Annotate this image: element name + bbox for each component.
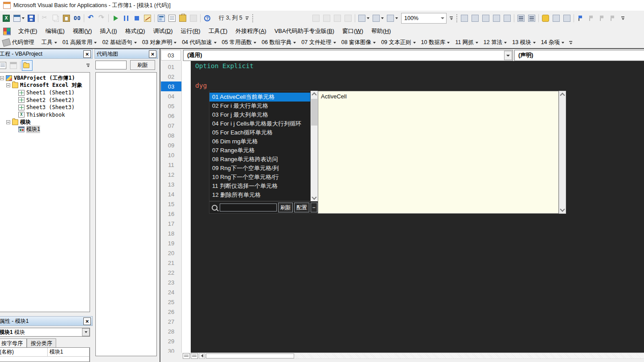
chevron-down-icon[interactable] bbox=[504, 51, 512, 60]
scroll-down-icon[interactable] bbox=[312, 195, 316, 199]
toolbox-button[interactable] bbox=[177, 13, 188, 24]
snippet-minimize-button[interactable]: − bbox=[311, 203, 317, 212]
snippet-category-menu[interactable]: 01 高频常用 bbox=[60, 37, 99, 48]
tree-item-vbaproject[interactable]: VBAProject (工作簿1) bbox=[0, 74, 90, 82]
line-number[interactable]: 09 bbox=[161, 140, 181, 150]
menu-item[interactable]: 视图(V) bbox=[69, 25, 96, 37]
full-module-view-button[interactable] bbox=[191, 353, 198, 359]
help-button[interactable] bbox=[202, 13, 213, 24]
send-to-back-button[interactable] bbox=[343, 13, 353, 24]
snippet-category-menu[interactable]: 05 常用函数 bbox=[219, 37, 259, 48]
uncomment-block-button[interactable] bbox=[562, 13, 572, 24]
object-combobox[interactable]: (通用) bbox=[183, 50, 513, 61]
menu-item[interactable]: 运行(R) bbox=[177, 25, 205, 37]
line-number[interactable]: 25 bbox=[161, 297, 181, 307]
save-button[interactable] bbox=[26, 13, 37, 24]
property-value[interactable]: 模块1 bbox=[48, 348, 63, 356]
tab-categorized[interactable]: 按分类序 bbox=[27, 338, 56, 347]
make-same-size-button[interactable] bbox=[385, 13, 399, 24]
snippet-item-12[interactable]: 12 删除所有单元格 bbox=[209, 191, 310, 199]
line-number[interactable]: 24 bbox=[161, 287, 181, 297]
snippet-list-scrollbar[interactable] bbox=[311, 91, 318, 201]
view-code-button[interactable] bbox=[0, 60, 8, 71]
horizontal-scrollbar-track[interactable] bbox=[205, 353, 644, 359]
toolbar-overflow-button[interactable] bbox=[620, 13, 626, 24]
center-button[interactable] bbox=[371, 13, 385, 24]
next-bookmark-button[interactable] bbox=[586, 13, 597, 24]
scroll-up-icon[interactable] bbox=[312, 92, 316, 97]
codemap-list-area[interactable] bbox=[95, 72, 157, 356]
properties-panel-titlebar[interactable]: 属性 - 模块1 × bbox=[0, 316, 93, 326]
snippet-category-menu[interactable]: 工具 bbox=[39, 37, 60, 48]
view-object-button[interactable] bbox=[8, 60, 19, 71]
snippet-category-menu[interactable]: 09 文本正则 bbox=[378, 37, 418, 48]
tree-item-sheet2[interactable]: Sheet2 (Sheet2) bbox=[0, 97, 90, 104]
line-number[interactable]: 07 bbox=[161, 121, 181, 130]
properties-object-dropdown[interactable]: 模块1 模块 bbox=[0, 328, 90, 337]
snippet-category-menu[interactable]: 04 代码加速 bbox=[179, 37, 219, 48]
paste-button[interactable] bbox=[61, 13, 72, 24]
snippet-category-menu[interactable]: 12 算法 bbox=[481, 37, 509, 48]
find-button[interactable] bbox=[72, 13, 82, 24]
snippet-item-05[interactable]: 05 For Each循环单元格 bbox=[209, 128, 310, 137]
reset-button[interactable] bbox=[131, 13, 142, 24]
code-line-1[interactable]: Option Explicit bbox=[195, 62, 254, 69]
codemap-refresh-button[interactable]: 刷新 bbox=[130, 60, 155, 70]
view-excel-button[interactable] bbox=[1, 13, 12, 24]
property-row[interactable]: (名称) 模块1 bbox=[0, 348, 90, 357]
menu-item[interactable]: 工具(T) bbox=[205, 25, 232, 37]
undo-button[interactable] bbox=[86, 13, 96, 24]
snippet-item-04[interactable]: 04 For i j Cells单元格最大行列循环 bbox=[209, 119, 310, 128]
toolbar-overflow-button[interactable] bbox=[448, 13, 454, 24]
snippet-category-menu[interactable]: 13 模块 bbox=[509, 37, 538, 48]
project-panel-titlebar[interactable]: 工程 - VBAProject × bbox=[0, 49, 93, 59]
scroll-left-icon[interactable] bbox=[199, 353, 205, 359]
line-number[interactable]: 19 bbox=[161, 238, 181, 248]
menu-item[interactable]: 文件(F) bbox=[14, 25, 41, 37]
procedure-view-button[interactable] bbox=[183, 353, 190, 359]
line-number[interactable]: 03 bbox=[161, 81, 181, 91]
scroll-up-icon[interactable] bbox=[560, 93, 565, 98]
menu-item[interactable]: 调试(D) bbox=[149, 25, 176, 37]
toggle-bookmark-button[interactable] bbox=[575, 13, 586, 24]
ungroup-button[interactable] bbox=[321, 13, 332, 24]
scroll-down-icon[interactable] bbox=[560, 207, 565, 212]
cut-button[interactable] bbox=[40, 13, 50, 24]
snippet-category-menu[interactable]: 06 数组字典 bbox=[259, 37, 299, 48]
snippet-item-07[interactable]: 07 Range单元格 bbox=[209, 146, 310, 155]
list-constants-button[interactable] bbox=[470, 13, 480, 24]
line-number[interactable]: 23 bbox=[161, 277, 181, 287]
line-number[interactable]: 29 bbox=[161, 336, 181, 346]
snippet-item-03[interactable]: 03 For j 最大列单元格 bbox=[209, 110, 310, 119]
comment-block-button[interactable] bbox=[551, 13, 562, 24]
toolbar-overflow-button[interactable] bbox=[244, 13, 250, 24]
quick-info-button[interactable] bbox=[480, 13, 491, 24]
tree-expander-icon[interactable] bbox=[6, 83, 10, 87]
tree-item-sheet1[interactable]: Sheet1 (Sheet1) bbox=[0, 89, 90, 97]
menu-item[interactable]: 窗口(W) bbox=[338, 25, 367, 37]
snippet-item-02[interactable]: 02 For i 最大行单元格 bbox=[209, 102, 310, 110]
redo-button[interactable] bbox=[96, 13, 107, 24]
menu-item[interactable]: 格式(O) bbox=[121, 25, 149, 37]
tree-item-modules-folder[interactable]: 模块 bbox=[0, 118, 90, 126]
line-number[interactable]: 06 bbox=[161, 111, 181, 121]
group-button[interactable] bbox=[311, 13, 321, 24]
line-number[interactable]: 14 bbox=[161, 189, 181, 199]
snippet-item-06[interactable]: 06 Dim rng单元格 bbox=[209, 137, 310, 146]
line-number[interactable]: 20 bbox=[161, 248, 181, 258]
codemap-filter-input[interactable] bbox=[95, 61, 127, 69]
line-number[interactable]: 02 bbox=[161, 72, 181, 81]
line-number[interactable]: 11 bbox=[161, 160, 181, 170]
tree-item-thisworkbook[interactable]: ThisWorkbook bbox=[0, 111, 90, 119]
run-button[interactable] bbox=[110, 13, 121, 24]
margin-indicator-bar[interactable] bbox=[181, 61, 191, 353]
tree-expander-icon[interactable] bbox=[0, 76, 4, 80]
menu-item[interactable]: VBA代码助手专业版(B) bbox=[271, 25, 338, 37]
snippet-category-menu[interactable]: 08 窗体图像 bbox=[339, 37, 378, 48]
project-explorer-button[interactable] bbox=[156, 13, 167, 24]
line-number[interactable]: 28 bbox=[161, 326, 181, 336]
properties-window-button[interactable] bbox=[167, 13, 177, 24]
horizontal-scrollbar-thumb[interactable] bbox=[206, 354, 294, 358]
snippet-item-11[interactable]: 11 判断仅选择一个单元格 bbox=[209, 182, 310, 191]
toolbar-grip[interactable] bbox=[455, 13, 458, 23]
